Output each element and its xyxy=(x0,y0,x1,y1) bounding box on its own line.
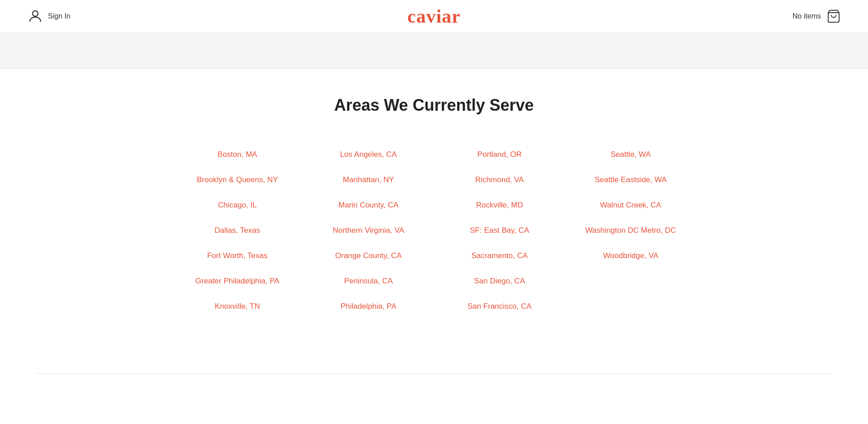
city-link[interactable]: Portland, OR xyxy=(434,142,565,167)
city-link[interactable]: Peninsula, CA xyxy=(303,269,434,294)
logo-text: caviar xyxy=(407,6,461,27)
cart-button[interactable]: No items xyxy=(793,9,841,24)
no-items-label: No items xyxy=(793,12,821,20)
city-link[interactable]: Dallas, Texas xyxy=(172,218,303,243)
city-link[interactable]: Northern Virginia, VA xyxy=(303,218,434,243)
city-link[interactable]: Walnut Creek, CA xyxy=(565,193,696,218)
city-column-2: Los Angeles, CAManhattan, NYMarin County… xyxy=(303,142,434,319)
city-link[interactable]: San Francisco, CA xyxy=(434,294,565,319)
city-link[interactable]: Orange County, CA xyxy=(303,243,434,269)
city-link[interactable]: Philadelphia, PA xyxy=(303,294,434,319)
footer-divider xyxy=(36,373,832,374)
sign-in-label: Sign In xyxy=(48,12,71,20)
city-link[interactable]: Greater Philadelphia, PA xyxy=(172,269,303,294)
city-link[interactable]: Los Angeles, CA xyxy=(303,142,434,167)
city-link[interactable]: Woodbridge, VA xyxy=(565,243,696,269)
site-header: Sign In caviar No items xyxy=(0,0,868,33)
logo[interactable]: caviar xyxy=(407,5,461,27)
page-title: Areas We Currently Serve xyxy=(172,96,696,115)
subheader xyxy=(0,33,868,69)
city-link[interactable]: Brooklyn & Queens, NY xyxy=(172,167,303,193)
cart-icon xyxy=(826,9,841,24)
user-icon xyxy=(27,8,43,24)
city-link[interactable]: Seattle Eastside, WA xyxy=(565,167,696,193)
city-link[interactable]: Seattle, WA xyxy=(565,142,696,167)
city-column-4: Seattle, WASeattle Eastside, WAWalnut Cr… xyxy=(565,142,696,319)
city-link[interactable]: Washington DC Metro, DC xyxy=(565,218,696,243)
city-link[interactable]: San Diego, CA xyxy=(434,269,565,294)
city-link[interactable]: Knoxville, TN xyxy=(172,294,303,319)
city-link[interactable]: SF: East Bay, CA xyxy=(434,218,565,243)
city-column-1: Boston, MABrooklyn & Queens, NYChicago, … xyxy=(172,142,303,319)
svg-point-0 xyxy=(33,11,38,16)
city-link[interactable]: Chicago, IL xyxy=(172,193,303,218)
city-link[interactable]: Marin County, CA xyxy=(303,193,434,218)
cities-grid: Boston, MABrooklyn & Queens, NYChicago, … xyxy=(172,142,696,319)
city-link[interactable]: Richmond, VA xyxy=(434,167,565,193)
city-link[interactable]: Sacramento, CA xyxy=(434,243,565,269)
main-content: Areas We Currently Serve Boston, MABrook… xyxy=(163,69,705,355)
city-link[interactable]: Fort Worth, Texas xyxy=(172,243,303,269)
city-link[interactable]: Rockville, MD xyxy=(434,193,565,218)
city-link[interactable]: Manhattan, NY xyxy=(303,167,434,193)
sign-in-button[interactable]: Sign In xyxy=(27,8,71,24)
city-column-3: Portland, ORRichmond, VARockville, MDSF:… xyxy=(434,142,565,319)
city-link[interactable]: Boston, MA xyxy=(172,142,303,167)
